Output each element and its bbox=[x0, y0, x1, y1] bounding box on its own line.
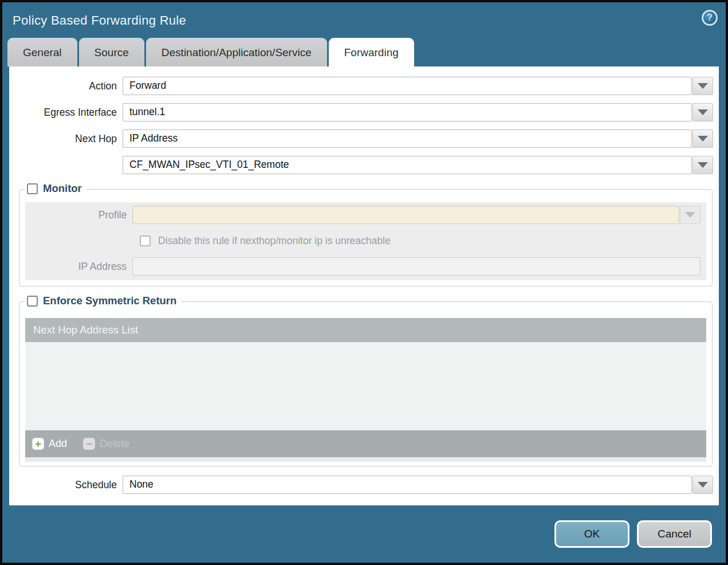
profile-row: Profile bbox=[25, 206, 701, 224]
schedule-row: Schedule None bbox=[9, 476, 719, 494]
tab-forwarding[interactable]: Forwarding bbox=[329, 38, 414, 66]
next-hop-type-select[interactable]: IP Address bbox=[123, 130, 692, 148]
dialog-title: Policy Based Forwarding Rule bbox=[2, 2, 726, 39]
next-hop-address-list-header: Next Hop Address List bbox=[25, 318, 706, 342]
next-hop-row: Next Hop IP Address bbox=[9, 130, 719, 148]
monitor-checkbox[interactable] bbox=[27, 183, 38, 194]
delete-minus-icon: − bbox=[83, 438, 95, 450]
delete-button: − Delete bbox=[83, 438, 129, 450]
help-icon[interactable]: ? bbox=[702, 10, 718, 26]
monitor-panel: Profile Disable this rule if nexthop/mon… bbox=[25, 202, 706, 280]
chevron-down-icon bbox=[685, 212, 695, 218]
enforce-legend: Enforce Symmetric Return bbox=[25, 295, 182, 307]
next-hop-address-select[interactable]: CF_MWAN_IPsec_VTI_01_Remote bbox=[123, 156, 692, 174]
policy-based-forwarding-dialog: Policy Based Forwarding Rule ? General S… bbox=[0, 0, 728, 565]
add-button[interactable]: + Add bbox=[32, 438, 67, 450]
dialog-footer: OK Cancel bbox=[2, 505, 726, 563]
egress-interface-dropdown-button[interactable] bbox=[692, 103, 713, 121]
monitor-ip-address-row: IP Address bbox=[25, 257, 701, 276]
monitor-ip-address-label: IP Address bbox=[25, 257, 132, 276]
chevron-down-icon bbox=[698, 482, 708, 488]
chevron-down-icon bbox=[698, 162, 708, 168]
next-hop-address-list-toolbar: + Add − Delete bbox=[25, 430, 706, 457]
disable-rule-label: Disable this rule if nexthop/monitor ip … bbox=[158, 235, 391, 247]
forwarding-tab-panel: Action Forward Egress Interface tunnel.1… bbox=[9, 66, 719, 505]
next-hop-dropdown-button[interactable] bbox=[692, 130, 713, 148]
add-button-label: Add bbox=[49, 438, 67, 450]
next-hop-address-row: CF_MWAN_IPsec_VTI_01_Remote bbox=[9, 156, 719, 174]
action-row: Action Forward bbox=[9, 77, 719, 95]
add-plus-icon: + bbox=[32, 438, 44, 450]
next-hop-address-label-spacer bbox=[9, 156, 123, 174]
schedule-dropdown-button[interactable] bbox=[692, 476, 713, 494]
next-hop-label: Next Hop bbox=[9, 130, 123, 148]
monitor-ip-address-input bbox=[132, 257, 701, 276]
cancel-button[interactable]: Cancel bbox=[637, 520, 712, 548]
chevron-down-icon bbox=[698, 83, 708, 89]
chevron-down-icon bbox=[698, 136, 708, 142]
chevron-down-icon bbox=[698, 109, 708, 115]
enforce-symmetric-return-group: Enforce Symmetric Return Next Hop Addres… bbox=[19, 301, 713, 466]
action-label: Action bbox=[9, 77, 123, 95]
action-select[interactable]: Forward bbox=[123, 77, 692, 95]
dialog-titlebar: Policy Based Forwarding Rule ? bbox=[2, 2, 726, 37]
schedule-select[interactable]: None bbox=[123, 476, 692, 494]
tab-bar: General Source Destination/Application/S… bbox=[2, 37, 726, 66]
tab-destination-application-service[interactable]: Destination/Application/Service bbox=[146, 38, 327, 66]
tab-general[interactable]: General bbox=[7, 38, 77, 66]
monitor-group: Monitor Profile Disable this rule if nex… bbox=[19, 189, 713, 287]
monitor-legend: Monitor bbox=[25, 182, 87, 195]
egress-interface-select[interactable]: tunnel.1 bbox=[123, 103, 692, 121]
profile-dropdown-button bbox=[680, 206, 701, 224]
enforce-symmetric-return-checkbox[interactable] bbox=[27, 296, 38, 307]
schedule-label: Schedule bbox=[9, 476, 123, 494]
disable-rule-checkbox bbox=[140, 236, 151, 246]
egress-interface-label: Egress Interface bbox=[9, 103, 123, 121]
action-dropdown-button[interactable] bbox=[692, 77, 713, 95]
next-hop-address-dropdown-button[interactable] bbox=[692, 156, 713, 174]
profile-select bbox=[132, 206, 679, 224]
delete-button-label: Delete bbox=[100, 438, 129, 450]
profile-label: Profile bbox=[25, 206, 132, 224]
monitor-legend-label: Monitor bbox=[43, 182, 82, 195]
enforce-legend-label: Enforce Symmetric Return bbox=[43, 295, 176, 307]
tab-source[interactable]: Source bbox=[79, 38, 144, 66]
egress-interface-row: Egress Interface tunnel.1 bbox=[9, 103, 719, 121]
table-scrollbar-strip bbox=[25, 457, 706, 462]
disable-rule-row: Disable this rule if nexthop/monitor ip … bbox=[140, 234, 701, 247]
ok-button[interactable]: OK bbox=[554, 520, 629, 548]
next-hop-address-list-body[interactable] bbox=[25, 342, 706, 430]
